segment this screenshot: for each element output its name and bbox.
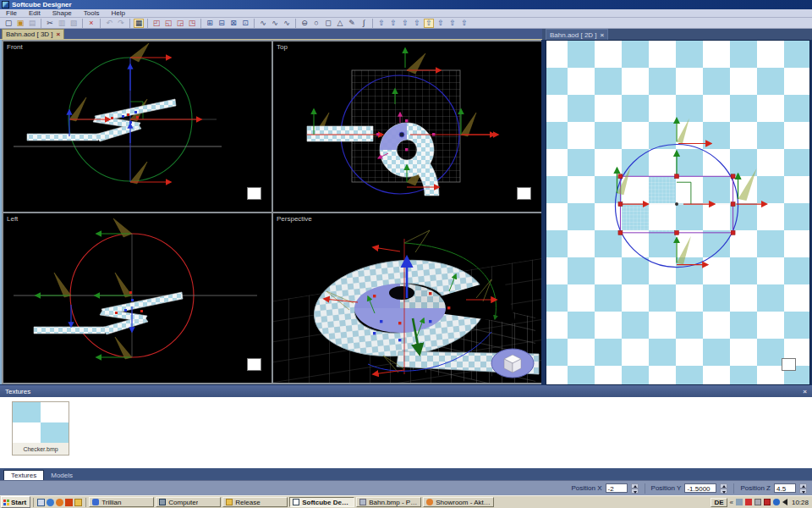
task-button-release[interactable]: Release bbox=[222, 497, 288, 507]
toggle-grid-icon[interactable]: ▦ bbox=[134, 19, 144, 28]
position-x-stepper[interactable] bbox=[631, 483, 639, 494]
new-icon[interactable]: ▢ bbox=[3, 19, 14, 28]
view-orientation-cube-icon bbox=[491, 349, 534, 378]
left-viewport-maximize-button[interactable] bbox=[247, 358, 261, 371]
tab-bahn-2d-label: Bahn.aod [ 2D ] bbox=[550, 31, 597, 39]
tab-models[interactable]: Models bbox=[44, 471, 80, 480]
position-x-field[interactable]: -2 bbox=[606, 483, 628, 493]
rotate-tool-icon[interactable]: ◱ bbox=[163, 19, 173, 28]
tray-overflow-chevron-icon[interactable]: « bbox=[730, 499, 733, 506]
textures-panel-header: Textures × bbox=[0, 385, 812, 397]
tab-bahn-3d[interactable]: Bahn.aod [ 3D ] × bbox=[2, 29, 64, 39]
volume-icon[interactable] bbox=[782, 499, 787, 505]
group-tool-icon[interactable]: ⊠ bbox=[228, 19, 239, 28]
left-viewport[interactable]: Left bbox=[3, 213, 272, 383]
snap-tool-icon[interactable]: ⊞ bbox=[205, 19, 215, 28]
front-viewport-canvas[interactable] bbox=[3, 41, 272, 212]
top-viewport-canvas[interactable] bbox=[273, 41, 541, 212]
internet-browser-icon[interactable] bbox=[47, 499, 54, 506]
position-z-field[interactable]: 4.5 bbox=[774, 483, 796, 493]
system-tray: DE « 10:28 bbox=[710, 498, 812, 507]
tab-bahn-3d-close-icon[interactable]: × bbox=[57, 30, 61, 38]
undo-icon[interactable]: ↶ bbox=[104, 19, 114, 28]
firefox-icon[interactable] bbox=[56, 499, 63, 506]
application-window: Softcube Designer FileEditShapeToolsHelp… bbox=[0, 0, 812, 508]
textures-panel-body: Checker.bmp bbox=[0, 397, 812, 468]
task-button-softcube-designer[interactable]: Softcube Designer bbox=[289, 497, 354, 507]
delete-icon[interactable]: × bbox=[86, 19, 96, 28]
pane-2d-view[interactable] bbox=[546, 40, 810, 385]
extrude-1-icon[interactable]: ⇧ bbox=[376, 19, 387, 28]
menu-help[interactable]: Help bbox=[106, 9, 131, 17]
wave-high-icon[interactable]: ∿ bbox=[282, 19, 292, 28]
redo-icon[interactable]: ↷ bbox=[116, 19, 126, 28]
checker-texture-preview bbox=[13, 402, 69, 443]
perspective-viewport[interactable]: Perspective bbox=[273, 213, 541, 383]
tab-textures[interactable]: Textures bbox=[3, 470, 44, 480]
extrude-4-icon[interactable]: ⇧ bbox=[412, 19, 422, 28]
move-tool-icon[interactable]: ◰ bbox=[151, 19, 162, 28]
position-y-field[interactable]: -1.5000 bbox=[684, 483, 716, 493]
task-button-paint[interactable]: Bahn.bmp - Paint bbox=[356, 497, 421, 507]
tray-messenger-icon[interactable] bbox=[736, 499, 743, 505]
open-icon[interactable]: ▣ bbox=[15, 19, 25, 28]
extrude-8-icon[interactable]: ⇧ bbox=[459, 19, 469, 28]
extrude-2-icon[interactable]: ⇧ bbox=[388, 19, 398, 28]
wave-low-icon[interactable]: ∿ bbox=[258, 19, 268, 28]
position-y-stepper[interactable] bbox=[720, 483, 727, 494]
extrude-7-icon[interactable]: ⇧ bbox=[447, 19, 458, 28]
top-viewport[interactable]: Top bbox=[273, 41, 541, 212]
left-viewport-canvas[interactable] bbox=[3, 213, 272, 383]
cube-tool-icon[interactable]: ◻ bbox=[323, 19, 333, 28]
mail-icon[interactable] bbox=[65, 499, 73, 506]
spline-tool-icon[interactable]: ∫ bbox=[359, 19, 369, 28]
copy-icon[interactable]: ▥ bbox=[57, 19, 67, 28]
mirror-tool-icon[interactable]: ◳ bbox=[187, 19, 197, 28]
tab-bahn-2d[interactable]: Bahn.aod [ 2D ] × bbox=[546, 29, 608, 40]
show-desktop-icon[interactable] bbox=[37, 499, 45, 506]
menu-file[interactable]: File bbox=[0, 9, 23, 17]
cylinder-tool-icon[interactable]: ⊖ bbox=[299, 19, 310, 28]
texture-thumbnail-caption: Checker.bmp bbox=[13, 444, 69, 455]
sphere-tool-icon[interactable]: ○ bbox=[311, 19, 321, 28]
task-button-showroom[interactable]: Showroom - Aktuelle Arb... bbox=[423, 497, 494, 507]
task-button-computer[interactable]: Computer bbox=[156, 497, 221, 507]
extrude-3-icon[interactable]: ⇧ bbox=[400, 19, 410, 28]
extrude-5-icon[interactable]: ⇧ bbox=[424, 19, 434, 28]
menu-tools[interactable]: Tools bbox=[78, 9, 106, 17]
cone-tool-icon[interactable]: △ bbox=[335, 19, 345, 28]
start-button[interactable]: Start bbox=[1, 496, 30, 508]
menu-bar: FileEditShapeToolsHelp bbox=[0, 9, 812, 18]
textures-panel-close-icon[interactable]: × bbox=[803, 388, 807, 395]
tray-mouse-icon[interactable] bbox=[754, 499, 761, 505]
2d-view-maximize-button[interactable] bbox=[782, 358, 796, 371]
paste-icon[interactable]: ▧ bbox=[69, 19, 79, 28]
save-icon[interactable]: ▤ bbox=[27, 19, 37, 28]
cut-icon[interactable]: ✂ bbox=[45, 19, 55, 28]
pen-tool-icon[interactable]: ✎ bbox=[347, 19, 357, 28]
textures-panel-title: Textures bbox=[5, 388, 30, 395]
align-tool-icon[interactable]: ⊟ bbox=[217, 19, 227, 28]
wave-mid-icon[interactable]: ∿ bbox=[270, 19, 280, 28]
tray-antivirus-icon[interactable] bbox=[745, 499, 752, 505]
texture-thumbnail-checker[interactable]: Checker.bmp bbox=[12, 401, 69, 456]
keyboard-language-indicator[interactable]: DE bbox=[710, 498, 727, 507]
menu-edit[interactable]: Edit bbox=[23, 9, 47, 17]
folder-icon[interactable] bbox=[74, 499, 82, 506]
2d-view-canvas[interactable] bbox=[546, 41, 809, 384]
top-viewport-maximize-button[interactable] bbox=[517, 187, 531, 200]
front-viewport-maximize-button[interactable] bbox=[247, 187, 261, 200]
scale-tool-icon[interactable]: ◲ bbox=[175, 19, 185, 28]
menu-shape[interactable]: Shape bbox=[47, 9, 78, 17]
task-button-trillian[interactable]: Trillian bbox=[89, 497, 154, 507]
position-z-stepper[interactable] bbox=[799, 483, 807, 494]
status-bar: Position X -2 Position Y -1.5000 Positio… bbox=[0, 480, 812, 495]
front-viewport[interactable]: Front bbox=[3, 41, 272, 212]
ungroup-tool-icon[interactable]: ⊡ bbox=[240, 19, 250, 28]
extrude-6-icon[interactable]: ⇧ bbox=[436, 19, 446, 28]
tab-bahn-2d-close-icon[interactable]: × bbox=[601, 31, 605, 39]
perspective-viewport-canvas[interactable] bbox=[273, 213, 541, 383]
network-globe-icon[interactable] bbox=[773, 499, 780, 505]
panel-tab-strip: Textures Models bbox=[0, 468, 812, 480]
tray-card-reader-icon[interactable] bbox=[764, 499, 771, 505]
